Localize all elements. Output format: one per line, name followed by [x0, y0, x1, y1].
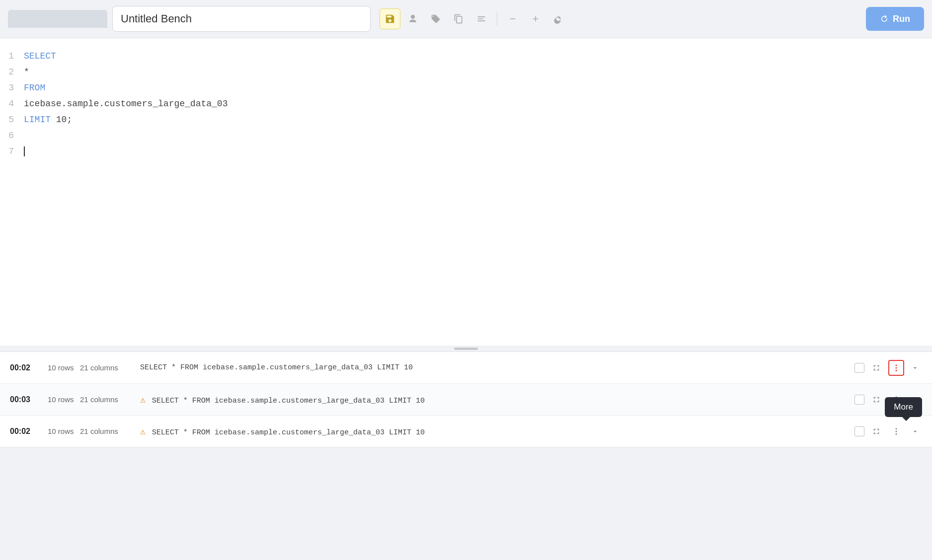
- search-button[interactable]: [548, 8, 569, 29]
- code-line: 4 icebase.sample.customers_large_data_03: [0, 96, 932, 112]
- line-content: [24, 128, 932, 143]
- svg-point-2: [896, 369, 897, 371]
- warning-icon: ⚠: [140, 427, 146, 437]
- result-expand-button[interactable]: [868, 423, 884, 439]
- line-number: 4: [0, 96, 24, 112]
- code-line: 5LIMIT 10;: [0, 112, 932, 128]
- warning-icon: ⚠: [140, 395, 146, 405]
- text-cursor: [24, 146, 25, 156]
- svg-point-0: [896, 364, 897, 366]
- keyword-token: SELECT: [24, 51, 56, 61]
- result-checkbox[interactable]: [854, 395, 864, 405]
- plain-token: icebase.sample.customers_large_data_03: [24, 99, 228, 109]
- line-number: 1: [0, 48, 24, 64]
- result-checkbox[interactable]: [854, 426, 864, 436]
- code-line: 3FROM: [0, 80, 932, 96]
- code-line: 6: [0, 128, 932, 143]
- result-chevron-button[interactable]: [908, 393, 922, 407]
- result-more-button[interactable]: [888, 423, 904, 439]
- result-row: 00:02 10 rows 21 columns SELECT * FROM i…: [0, 352, 932, 384]
- line-content: LIMIT 10;: [24, 112, 932, 128]
- result-query: ⚠ SELECT * FROM icebase.sample.customers…: [140, 426, 847, 437]
- editor-area[interactable]: 1SELECT2 *3FROM4 icebase.sample.customer…: [0, 38, 932, 346]
- line-content: FROM: [24, 80, 932, 96]
- plain-token: *: [24, 67, 29, 77]
- result-row: 00:02 10 rows 21 columns ⚠ SELECT * FROM…: [0, 416, 932, 447]
- svg-point-3: [896, 396, 897, 398]
- indent-button[interactable]: [471, 8, 492, 29]
- line-number: 6: [0, 128, 24, 143]
- result-meta: 10 rows 21 columns: [48, 427, 132, 435]
- code-line: 1SELECT: [0, 48, 932, 64]
- result-query: SELECT * FROM icebase.sample.customers_l…: [140, 363, 847, 372]
- result-expand-button[interactable]: [868, 392, 884, 408]
- code-line: 2 *: [0, 64, 932, 80]
- svg-point-8: [896, 433, 897, 434]
- tab-placeholder[interactable]: [8, 10, 107, 28]
- line-content: SELECT: [24, 48, 932, 64]
- result-time: 00:02: [10, 427, 40, 436]
- keyword-token: FROM: [24, 83, 45, 93]
- result-chevron-button[interactable]: [908, 424, 922, 438]
- result-row: 00:03 10 rows 21 columns ⚠ SELECT * FROM…: [0, 384, 932, 416]
- toolbar-divider: [497, 12, 497, 26]
- line-number: 2: [0, 64, 24, 80]
- zoom-in-button[interactable]: [525, 8, 546, 29]
- result-query: ⚠ SELECT * FROM icebase.sample.customers…: [140, 394, 847, 405]
- result-actions: [854, 423, 922, 439]
- svg-point-6: [896, 428, 897, 429]
- result-chevron-button[interactable]: [908, 361, 922, 375]
- result-checkbox[interactable]: [854, 363, 864, 373]
- result-actions: [854, 392, 922, 408]
- plain-token: 10;: [51, 115, 72, 125]
- top-bar: Run: [0, 0, 932, 38]
- result-more-button[interactable]: [888, 360, 904, 376]
- user-button[interactable]: [402, 8, 423, 29]
- resize-handle[interactable]: [0, 346, 932, 351]
- line-content: [24, 143, 932, 159]
- svg-point-4: [896, 399, 897, 400]
- zoom-out-button[interactable]: [502, 8, 523, 29]
- line-number: 5: [0, 112, 24, 128]
- toolbar-icons: [380, 8, 569, 29]
- copy-button[interactable]: [448, 8, 469, 29]
- svg-point-5: [896, 401, 897, 403]
- result-meta: 10 rows 21 columns: [48, 363, 132, 372]
- line-number: 3: [0, 80, 24, 96]
- tag-button[interactable]: [425, 8, 446, 29]
- result-expand-button[interactable]: [868, 360, 884, 376]
- result-more-button[interactable]: [888, 392, 904, 408]
- keyword-token: LIMIT: [24, 115, 51, 125]
- result-time: 00:02: [10, 363, 40, 372]
- line-content: *: [24, 64, 932, 80]
- svg-point-1: [896, 367, 897, 368]
- run-label: Run: [893, 14, 910, 24]
- line-content: icebase.sample.customers_large_data_03: [24, 96, 932, 112]
- bench-title-input[interactable]: [112, 6, 371, 32]
- save-button[interactable]: [380, 8, 400, 29]
- line-number: 7: [0, 143, 24, 159]
- resize-dots: [454, 348, 478, 350]
- results-panel: 00:02 10 rows 21 columns SELECT * FROM i…: [0, 351, 932, 447]
- svg-point-7: [896, 430, 897, 432]
- code-line: 7: [0, 143, 932, 159]
- result-meta: 10 rows 21 columns: [48, 395, 132, 404]
- run-button[interactable]: Run: [866, 7, 924, 31]
- result-time: 00:03: [10, 395, 40, 404]
- result-actions: [854, 360, 922, 376]
